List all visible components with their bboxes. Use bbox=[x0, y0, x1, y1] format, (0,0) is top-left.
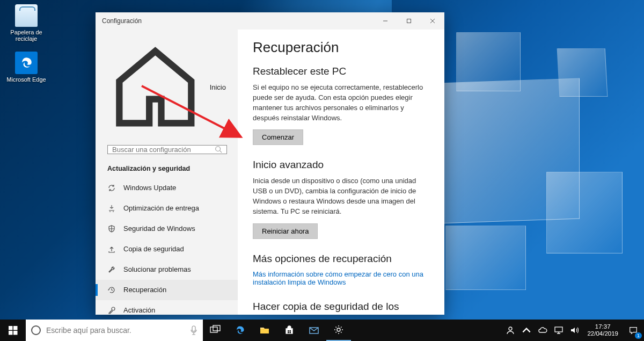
task-view-icon bbox=[210, 325, 221, 336]
tray-people[interactable] bbox=[502, 320, 518, 341]
sidebar-item-windows-update[interactable]: Windows Update bbox=[96, 178, 238, 198]
svg-rect-1 bbox=[407, 19, 411, 23]
sidebar-search-input[interactable] bbox=[112, 146, 215, 154]
shield-icon bbox=[107, 224, 116, 233]
svg-rect-16 bbox=[286, 329, 292, 333]
network-icon bbox=[553, 325, 564, 336]
sidebar-item-label: Activación bbox=[123, 306, 155, 314]
sidebar-item-label: Optimización de entrega bbox=[123, 204, 199, 212]
microphone-icon bbox=[190, 325, 197, 335]
taskbar-app-edge[interactable] bbox=[228, 320, 252, 341]
action-center-button[interactable] bbox=[623, 320, 644, 341]
taskbar-search-input[interactable] bbox=[46, 326, 185, 335]
start-button[interactable] bbox=[0, 320, 26, 341]
sidebar-search[interactable] bbox=[107, 145, 227, 154]
sidebar-item-troubleshoot[interactable]: Solucionar problemas bbox=[96, 259, 238, 280]
window-minimize-button[interactable] bbox=[374, 12, 397, 30]
window-maximize-button[interactable] bbox=[397, 12, 421, 30]
tray-overflow[interactable] bbox=[518, 320, 535, 341]
svg-point-4 bbox=[216, 147, 221, 151]
sync-icon bbox=[107, 184, 116, 192]
desktop-icon-label: Papelera de reciclaje bbox=[6, 29, 46, 42]
settings-content: Recuperación Restablecer este PC Si el e… bbox=[238, 30, 444, 315]
cortana-icon bbox=[31, 325, 41, 335]
tray-onedrive[interactable] bbox=[535, 320, 551, 341]
sidebar-item-label: Seguridad de Windows bbox=[123, 224, 195, 233]
tray-volume[interactable] bbox=[567, 320, 583, 341]
notification-icon bbox=[628, 325, 638, 335]
section-heading: Restablecer este PC bbox=[253, 66, 429, 77]
people-icon bbox=[505, 325, 516, 336]
system-tray: 17:37 22/04/2019 bbox=[502, 320, 644, 341]
sidebar-home[interactable]: Inicio bbox=[96, 35, 238, 140]
section-heading: Hacer copia de seguridad de los archivos bbox=[253, 301, 429, 315]
sidebar-item-label: Solucionar problemas bbox=[123, 265, 191, 273]
edge-icon bbox=[15, 52, 38, 74]
svg-rect-11 bbox=[9, 331, 13, 335]
mail-icon bbox=[309, 325, 319, 336]
section-description: Si el equipo no se ejecuta correctamente… bbox=[253, 83, 429, 123]
sidebar-item-windows-security[interactable]: Seguridad de Windows bbox=[96, 219, 238, 239]
sidebar-home-label: Inicio bbox=[210, 83, 226, 91]
svg-rect-15 bbox=[213, 325, 220, 331]
reset-start-button[interactable]: Comenzar bbox=[253, 129, 303, 145]
desktop-icon-label: Microsoft Edge bbox=[6, 76, 46, 83]
svg-rect-18 bbox=[290, 330, 291, 332]
section-more-recovery-options: Más opciones de recuperación Más informa… bbox=[253, 253, 429, 287]
svg-rect-13 bbox=[192, 326, 195, 331]
taskbar-app-mail[interactable] bbox=[302, 320, 326, 341]
svg-rect-19 bbox=[288, 332, 289, 333]
section-heading: Más opciones de recuperación bbox=[253, 253, 429, 265]
cloud-icon bbox=[537, 325, 548, 336]
chevron-up-icon bbox=[521, 325, 532, 336]
svg-rect-20 bbox=[290, 332, 291, 333]
svg-rect-9 bbox=[9, 326, 13, 330]
speaker-icon bbox=[569, 325, 580, 336]
home-icon bbox=[107, 39, 203, 135]
sidebar-item-backup[interactable]: Copia de seguridad bbox=[96, 239, 238, 259]
sidebar-item-recovery[interactable]: Recuperación bbox=[96, 280, 238, 300]
restart-now-button[interactable]: Reiniciar ahora bbox=[253, 223, 318, 239]
sidebar-item-label: Copia de seguridad bbox=[123, 245, 184, 253]
taskbar-clock[interactable]: 17:37 22/04/2019 bbox=[583, 323, 623, 337]
store-icon bbox=[284, 325, 295, 336]
taskbar: 17:37 22/04/2019 bbox=[0, 320, 644, 341]
taskbar-app-store[interactable] bbox=[277, 320, 302, 341]
sidebar-item-delivery-optimization[interactable]: Optimización de entrega bbox=[96, 198, 238, 219]
svg-rect-17 bbox=[288, 330, 289, 332]
svg-rect-24 bbox=[555, 327, 562, 332]
wrench-icon bbox=[107, 265, 116, 274]
section-description: Inicia desde un dispositivo o disco (com… bbox=[253, 176, 429, 216]
fresh-start-link[interactable]: Más información sobre cómo empezar de ce… bbox=[253, 270, 429, 286]
sidebar-section-label: Actualización y seguridad bbox=[96, 162, 238, 178]
taskbar-search[interactable] bbox=[26, 320, 203, 341]
recycle-bin-icon bbox=[15, 4, 38, 27]
backup-icon bbox=[107, 245, 116, 253]
taskbar-app-settings[interactable] bbox=[326, 320, 351, 341]
window-title: Configuración bbox=[102, 17, 142, 25]
key-icon bbox=[107, 306, 116, 315]
history-icon bbox=[107, 286, 116, 294]
sidebar-item-activation[interactable]: Activación bbox=[96, 300, 238, 321]
taskbar-date: 22/04/2019 bbox=[587, 330, 618, 337]
delivery-icon bbox=[107, 204, 116, 213]
svg-rect-14 bbox=[210, 327, 217, 332]
sidebar-item-label: Windows Update bbox=[123, 184, 176, 192]
svg-rect-10 bbox=[13, 326, 18, 330]
desktop-icon-edge[interactable]: Microsoft Edge bbox=[6, 52, 46, 83]
desktop-icon-recycle-bin[interactable]: Papelera de reciclaje bbox=[6, 4, 46, 42]
sidebar-nav-list: Windows Update Optimización de entrega S… bbox=[96, 178, 238, 341]
section-heading: Inicio avanzado bbox=[253, 159, 429, 171]
window-titlebar[interactable]: Configuración bbox=[96, 12, 444, 30]
svg-point-22 bbox=[337, 328, 340, 331]
taskbar-time: 17:37 bbox=[587, 323, 618, 330]
page-title: Recuperación bbox=[253, 39, 429, 56]
window-close-button[interactable] bbox=[421, 12, 444, 30]
task-view-button[interactable] bbox=[203, 320, 228, 341]
gear-icon bbox=[333, 324, 344, 335]
section-advanced-startup: Inicio avanzado Inicia desde un disposit… bbox=[253, 159, 429, 238]
settings-window: Configuración Inicio Actualización y seg… bbox=[96, 12, 444, 315]
windows-logo-icon bbox=[9, 326, 18, 335]
taskbar-app-file-explorer[interactable] bbox=[252, 320, 277, 341]
tray-network[interactable] bbox=[551, 320, 567, 341]
